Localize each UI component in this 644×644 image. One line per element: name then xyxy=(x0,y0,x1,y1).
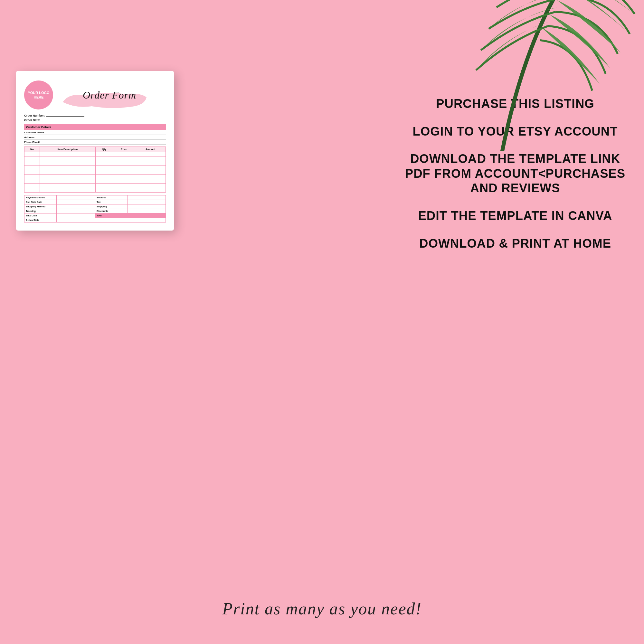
right-labels: Subtotal Tax Shipping Discounts Total xyxy=(95,195,166,223)
customer-section-header: Customer Details xyxy=(24,124,166,130)
col-item-desc: Item Description xyxy=(40,147,95,152)
ship-date-row: Ship Date xyxy=(24,213,95,218)
table-row xyxy=(24,161,166,166)
est-ship-date-row: Est. Ship Date xyxy=(24,200,95,204)
customer-fields: Customer Name: Address: Phone/Email: xyxy=(24,131,166,145)
total-row: Total xyxy=(95,213,166,218)
shipping-method-row: Shipping Method xyxy=(24,204,95,209)
customer-name-field: Customer Name: xyxy=(24,131,166,135)
order-form-document: YOUR LOGO HERE Order Form Order Number: … xyxy=(16,71,174,231)
col-price: Price xyxy=(113,147,135,152)
instruction-text-4: EDIT THE TEMPLATE IN CANVA xyxy=(403,209,628,223)
bottom-grid: Payment Method Est. Ship Date Shipping M… xyxy=(24,195,166,223)
items-table: No Item Description Qty Price Amount xyxy=(24,147,166,193)
order-number-label: Order Number: xyxy=(24,114,166,117)
instruction-step-4: EDIT THE TEMPLATE IN CANVA xyxy=(403,209,628,223)
shipping-row: Shipping xyxy=(95,204,166,209)
table-row xyxy=(24,156,166,161)
left-labels: Payment Method Est. Ship Date Shipping M… xyxy=(24,195,95,223)
col-amount: Amount xyxy=(135,147,166,152)
subtotal-row: Subtotal xyxy=(95,195,166,200)
instruction-text-5: DOWNLOAD & PRINT AT HOME xyxy=(403,236,628,251)
table-row xyxy=(24,166,166,170)
order-date-label: Order Date: xyxy=(24,118,166,122)
phone-email-field: Phone/Email: xyxy=(24,141,166,145)
table-row xyxy=(24,188,166,193)
col-qty: Qty xyxy=(95,147,113,152)
arrival-date-row: Arrival Date xyxy=(24,218,95,222)
cursive-text: Print as many as you need! xyxy=(222,600,422,618)
discounts-row: Discounts xyxy=(95,209,166,213)
table-row xyxy=(24,175,166,179)
table-header-row: No Item Description Qty Price Amount xyxy=(24,147,166,152)
table-row xyxy=(24,179,166,184)
table-row xyxy=(24,184,166,188)
instruction-step-5: DOWNLOAD & PRINT AT HOME xyxy=(403,236,628,251)
address-field: Address: xyxy=(24,136,166,140)
instruction-text-3: DOWNLOAD THE TEMPLATE LINK PDF FROM ACCO… xyxy=(403,152,628,196)
tracking-row: Tracking xyxy=(24,209,95,213)
col-no: No xyxy=(24,147,40,152)
palm-leaf-decoration xyxy=(428,0,644,151)
tax-row: Tax xyxy=(95,200,166,204)
bottom-cursive: Print as many as you need! xyxy=(0,599,644,618)
table-row xyxy=(24,170,166,175)
order-meta: Order Number: Order Date: xyxy=(24,114,166,122)
title-area: Order Form xyxy=(53,89,166,101)
payment-method-row: Payment Method xyxy=(24,195,95,200)
doc-header: YOUR LOGO HERE Order Form xyxy=(24,81,166,109)
table-row xyxy=(24,152,166,156)
logo-circle: YOUR LOGO HERE xyxy=(24,81,53,109)
logo-text: YOUR LOGO HERE xyxy=(24,90,53,100)
instruction-step-3: DOWNLOAD THE TEMPLATE LINK PDF FROM ACCO… xyxy=(403,152,628,196)
order-form-title: Order Form xyxy=(53,89,166,101)
